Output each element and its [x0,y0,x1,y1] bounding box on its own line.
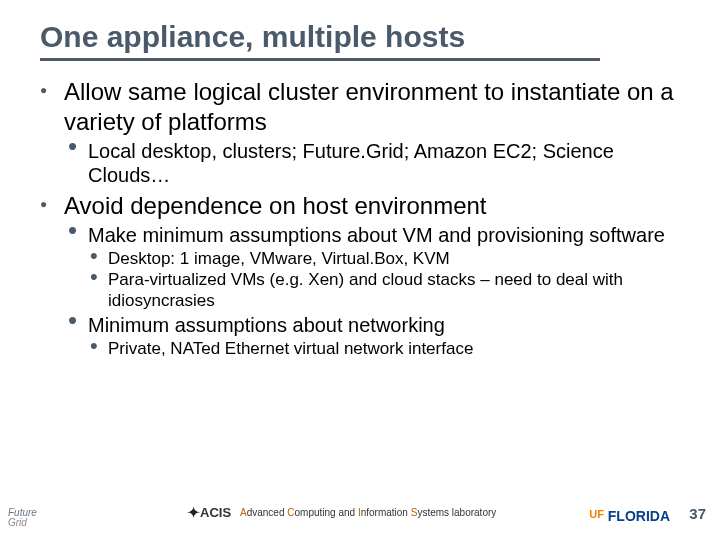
list-item: Para-virtualized VMs (e.g. Xen) and clou… [88,270,680,311]
slide-title: One appliance, multiple hosts [40,20,680,54]
title-underline [40,58,600,61]
acis-mark-icon: ✦ [187,505,200,520]
uf-name: FLORIDA [608,508,670,524]
lab-name: Advanced Computing and Information Syste… [240,507,496,518]
list-item: Local desktop, clusters; Future.Grid; Am… [64,139,680,187]
bullet-text: Avoid dependence on host environment [64,191,680,221]
uf-logo: UF FLORIDA [589,508,670,524]
bullet-list: Allow same logical cluster environment t… [40,77,680,360]
bullet-text: Allow same logical cluster environment t… [64,77,680,137]
page-number: 37 [689,505,706,522]
bullet-text: Make minimum assumptions about VM and pr… [88,223,680,247]
acis-logo: ✦ACIS [188,505,231,520]
list-item: Make minimum assumptions about VM and pr… [64,223,680,311]
list-item: Private, NATed Ethernet virtual network … [88,339,680,359]
list-item: Avoid dependence on host environment Mak… [40,191,680,360]
list-item: Allow same logical cluster environment t… [40,77,680,187]
list-item: Desktop: 1 image, VMware, Virtual.Box, K… [88,249,680,269]
list-item: Minimum assumptions about networking Pri… [64,313,680,359]
bullet-text: Local desktop, clusters; Future.Grid; Am… [88,139,680,187]
bullet-text: Para-virtualized VMs (e.g. Xen) and clou… [108,270,680,311]
bullet-text: Private, NATed Ethernet virtual network … [108,339,680,359]
bullet-text: Minimum assumptions about networking [88,313,680,337]
logo-text-bottom: Grid [8,517,27,528]
futuregrid-logo: Future Grid [8,508,37,528]
uf-prefix: UF [589,508,604,520]
bullet-text: Desktop: 1 image, VMware, Virtual.Box, K… [108,249,680,269]
slide-footer: Future Grid ✦ACIS Advanced Computing and… [0,492,720,532]
acis-text: ACIS [200,505,231,520]
